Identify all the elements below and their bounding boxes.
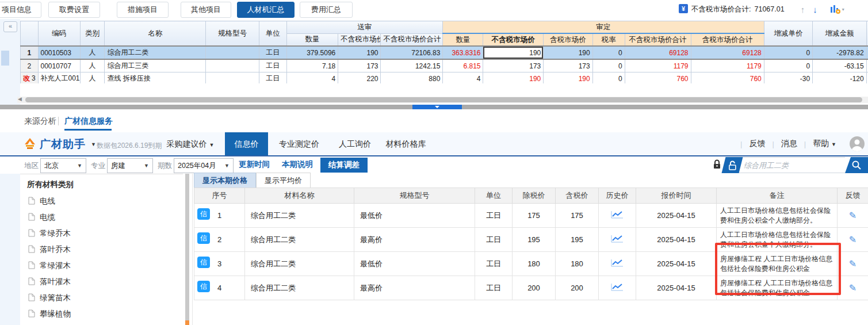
category-item-deciduous-tree[interactable]: 落叶乔木 — [20, 242, 183, 258]
tab-project-info[interactable]: 项目信息 — [0, 2, 41, 18]
col-appr-price-ex[interactable]: 不含税市场价 — [483, 33, 544, 46]
cell-appr-price-in[interactable]: 190 — [544, 46, 592, 59]
col-review-qty[interactable]: 数量 — [286, 33, 338, 46]
col-delta-price[interactable]: 增减单价 — [764, 21, 812, 47]
history-chart-icon[interactable] — [610, 234, 624, 245]
tab-gc-info-service[interactable]: 广材信息服务 — [64, 116, 113, 127]
tab-cost-summary[interactable]: 费用汇总 — [300, 2, 353, 18]
move-down-icon[interactable]: ↓ — [813, 5, 817, 14]
cell-name[interactable]: 综合用工三类 — [105, 59, 206, 72]
feedback-pencil-icon[interactable]: ✎ — [849, 235, 856, 244]
history-chart-icon[interactable] — [610, 282, 624, 293]
col-tax-rate[interactable]: 税率 — [592, 33, 625, 46]
cell-review-qty[interactable]: 7.18 — [286, 59, 338, 72]
cell-name[interactable]: 查线 拆移压接 — [105, 72, 206, 84]
cell-appr-total[interactable]: 1179 — [625, 59, 691, 72]
feedback-pencil-icon[interactable]: ✎ — [849, 259, 856, 269]
col-appr-total-in[interactable]: 含税市场价合计 — [691, 33, 764, 46]
category-item-hedge-seedling[interactable]: 绿篱苗木 — [20, 290, 183, 306]
tab-labor-material-summary[interactable]: 人材机汇总 — [237, 2, 295, 18]
row-number[interactable]: 2 — [21, 59, 39, 72]
cell-delta-price[interactable]: 0 — [764, 59, 812, 72]
col-appr-qty[interactable]: 数量 — [443, 33, 483, 46]
cell-review-price[interactable]: 190 — [338, 46, 381, 59]
link-help[interactable]: 帮助 ▼ — [813, 139, 836, 149]
row-number[interactable]: 改3 — [21, 72, 39, 84]
collapse-panel-button[interactable]: « — [3, 21, 17, 32]
major-select[interactable]: 房建▼ — [107, 158, 153, 173]
category-item-deciduous-shrub[interactable]: 落叶灌木 — [20, 274, 183, 290]
pane-splitter[interactable] — [0, 105, 868, 109]
grid-row-2[interactable]: 2 00010707 人 综合用工三类 工日 7.18 173 1242.15 … — [21, 59, 868, 72]
cell-spec[interactable] — [206, 59, 259, 72]
horizontal-scrollbar[interactable]: ◀ — [17, 97, 868, 103]
cell-unit[interactable]: 工日 — [259, 59, 286, 72]
menu-material-price-db[interactable]: 材料价格库 — [381, 132, 430, 155]
cell-tax-rate[interactable]: 0 — [592, 59, 625, 72]
grid-row-3[interactable]: 改3 补充人工001 人 查线 拆移压接 工日 4 220 880 4 190 … — [21, 72, 868, 84]
move-up-icon[interactable]: ↑ — [801, 5, 805, 14]
cell-delta-amount[interactable]: -63.15 — [813, 59, 867, 72]
cell-category[interactable]: 人 — [80, 59, 105, 72]
cell-review-total[interactable]: 1242.15 — [381, 59, 443, 72]
cell-tax-rate[interactable]: 0 — [592, 72, 625, 84]
cell-review-total[interactable]: 72106.83 — [381, 46, 443, 59]
category-item-evergreen-tree[interactable]: 常绿乔木 — [20, 225, 183, 242]
cell-review-price[interactable]: 173 — [338, 59, 381, 72]
cell-appr-price-in[interactable]: 190 — [544, 72, 592, 84]
history-chart-icon[interactable] — [610, 210, 624, 221]
cell-name[interactable]: 综合用工二类 — [105, 46, 206, 59]
cell-review-total[interactable]: 880 — [381, 72, 443, 84]
period-select[interactable]: 2025年04月▼ — [174, 158, 234, 173]
category-item-evergreen-shrub[interactable]: 常绿灌木 — [20, 258, 183, 274]
cell-appr-qty[interactable]: 363.8316 — [443, 46, 483, 59]
col-appr-total-ex[interactable]: 不含税市场价合计 — [625, 33, 691, 46]
splitter-handle[interactable] — [412, 105, 462, 109]
feedback-pencil-icon[interactable]: ✎ — [849, 283, 856, 293]
tab-current-period-price[interactable]: 显示本期价格 — [194, 173, 256, 188]
cell-review-price[interactable]: 220 — [338, 72, 381, 84]
cell-appr-price[interactable]: 190 — [483, 72, 544, 84]
material-search-input[interactable] — [739, 157, 845, 173]
cell-category[interactable]: 人 — [80, 46, 105, 59]
cell-appr-total[interactable]: 69128 — [625, 46, 691, 59]
scrollbar-thumb[interactable] — [25, 97, 862, 102]
info-badge-icon[interactable]: 信 — [197, 281, 210, 292]
cell-delta-amount[interactable]: -2978.82 — [813, 46, 867, 59]
tab-measure-items[interactable]: 措施项目 — [117, 2, 169, 18]
row-number[interactable]: 1 — [21, 46, 39, 59]
cell-spec[interactable] — [206, 46, 259, 59]
cell-appr-price[interactable]: 173 — [483, 59, 544, 72]
tab-average-price[interactable]: 显示平均价 — [256, 173, 311, 188]
column-settings-icon[interactable]: ▾ — [830, 5, 844, 14]
tab-fee-settings[interactable]: 取费设置 — [48, 2, 100, 18]
category-item-cable[interactable]: 电缆 — [20, 209, 183, 225]
lock-closed-icon[interactable] — [713, 159, 721, 171]
cell-appr-total-in[interactable]: 69128 — [691, 46, 764, 59]
update-time-button[interactable]: 更新时间 — [239, 159, 270, 170]
settlement-adjust-button[interactable]: 结算调差 — [320, 158, 368, 173]
cell-appr-total-in[interactable]: 760 — [691, 72, 764, 84]
cell-appr-price-in[interactable]: 173 — [544, 59, 592, 72]
info-badge-icon[interactable]: 信 — [197, 257, 210, 268]
history-chart-icon[interactable] — [610, 258, 624, 269]
grid-row-1[interactable]: 1 00010503 人 综合用工二类 工日 379.5096 190 7210… — [21, 46, 868, 59]
col-spec[interactable]: 规格型号 — [206, 21, 259, 47]
cell-tax-rate[interactable]: 0 — [592, 46, 625, 59]
cell-appr-qty[interactable]: 4 — [443, 72, 483, 84]
info-badge-icon[interactable]: 信 — [197, 232, 210, 244]
search-button[interactable] — [845, 157, 868, 173]
cell-delta-price[interactable]: 0 — [764, 46, 812, 59]
cell-code[interactable]: 00010503 — [38, 46, 80, 59]
region-select[interactable]: 北京▼ — [40, 158, 86, 173]
cell-category[interactable]: 人 — [80, 72, 105, 84]
col-name[interactable]: 名称 — [105, 21, 206, 47]
cell-appr-qty[interactable]: 6.815 — [443, 59, 483, 72]
menu-purchase-suggest-price[interactable]: 采购建议价 ▼ — [165, 132, 216, 155]
link-messages[interactable]: 消息 — [781, 139, 797, 149]
col-review-total-ex[interactable]: 不含税市场价合计 — [381, 33, 443, 46]
category-item-partial[interactable]: 竹类 — [20, 322, 183, 325]
cell-unit[interactable]: 工日 — [259, 46, 286, 59]
col-unit[interactable]: 单位 — [259, 21, 286, 47]
cell-review-qty[interactable]: 4 — [286, 72, 338, 84]
